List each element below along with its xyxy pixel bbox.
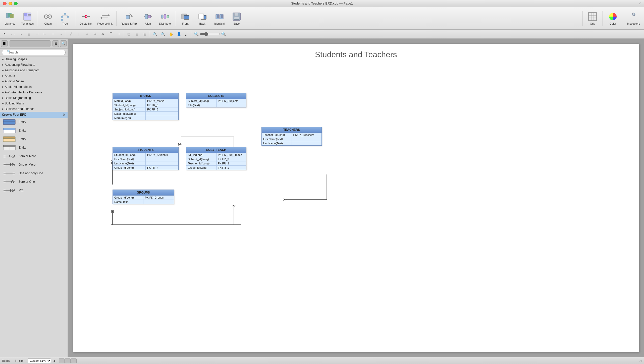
teachers-table[interactable]: TEACHERS Teacher_Id(Long) PK:PK_Teachers… [261,127,322,146]
cell: FK:FR_2 [217,161,246,165]
cell: Student_Id(Long) [113,153,146,157]
sidebar-list-btn[interactable]: ☰ [1,40,8,47]
shape-item-zero-or-one[interactable]: Zero or One [0,177,68,186]
page-prev-btn[interactable]: ◀ [18,359,20,362]
view-btn-2[interactable] [65,358,71,363]
text-tool[interactable]: T [115,31,123,38]
zoom-slider[interactable] [200,32,220,36]
svg-rect-50 [588,13,597,21]
page-pause-btn[interactable]: ⏸ [14,359,17,362]
cell: Name(Text) [113,200,143,204]
pan-tool[interactable]: ✋ [167,31,175,38]
close-subcategory-button[interactable]: ✕ [63,113,66,117]
resize-tool[interactable]: ⊡ [125,31,133,38]
sidebar-item-audio-video-media[interactable]: ▶ Audio, Video, Media [0,84,68,90]
shape-label: Entity [19,129,26,132]
rect-tool[interactable]: ▭ [9,31,17,38]
groups-table[interactable]: GROUPS Group_Id(Long) PK:PK_Groups Name(… [113,190,174,204]
search-input[interactable] [2,50,66,55]
connect-tool[interactable]: ⊣ [33,31,41,38]
align-button[interactable]: Align [140,8,156,28]
close-button[interactable] [3,2,7,5]
zoom-tool[interactable]: 🔍 [159,31,167,38]
pencil-tool[interactable]: ✏ [99,31,107,38]
delete-link-button[interactable]: Delete link [77,8,94,28]
identical-button[interactable]: Identical [211,8,228,28]
shape-item-m1[interactable]: M:1 [0,186,68,195]
curve-tool[interactable]: ∫ [75,31,83,38]
back-button[interactable]: Back [194,8,210,28]
pen-tool[interactable]: 🖊 [183,31,191,38]
inspectors-button[interactable]: i Inspectors [625,8,642,28]
sidebar-item-artwork[interactable]: ▶ Artwork [0,73,68,79]
subj-teach-table[interactable]: SUBJ_TEACH ST_Id(Long) PK:PK_Subj_Teach … [186,147,246,170]
marks-table[interactable]: MARKS MarkId(Long) PK:PK_Marks Student_I… [113,93,179,120]
svg-line-76 [12,163,14,165]
sidebar-item-accounting-flowcharts[interactable]: ▶ Accounting Flowcharts [0,62,68,68]
circle-tool[interactable]: ○ [17,31,25,38]
shape-item-one-or-more[interactable]: One or More [0,160,68,169]
tree-label: Tree [62,22,68,25]
select-tool[interactable]: ↖ [1,31,9,38]
redo-tool[interactable]: ↪ [91,31,99,38]
smart-connect-tool[interactable]: ⊢ [41,31,49,38]
shape-item-entity1[interactable]: Entity [0,118,68,126]
cat-arrow: ▶ [2,64,4,66]
sidebar-item-drawing-shapes[interactable]: ▶ Drawing Shapes [0,56,68,62]
canvas-area[interactable]: Students and Teachers [68,39,644,357]
subjects-table[interactable]: SUBJECTS Subject_Id(Long) PK:PK_Subjects… [186,93,246,107]
templates-button[interactable]: Templates [19,8,36,28]
sidebar-item-business-finance[interactable]: ▶ Business and Finance [0,106,68,112]
user-tool[interactable]: 👤 [175,31,183,38]
page-next-btn[interactable]: ▶ [21,359,24,362]
front-button[interactable]: Front [177,8,193,28]
sidebar-grid-btn[interactable]: ⊞ [52,40,59,47]
view-btn-3[interactable] [71,358,77,363]
scale-tool[interactable]: ⊞ [133,31,141,38]
line-tool[interactable]: ╱ [67,31,75,38]
sidebar-item-building-plans[interactable]: ▶ Building Plans [0,101,68,106]
minimize-button[interactable] [9,2,12,5]
libraries-button[interactable]: Libraries [2,8,18,28]
table-tool[interactable]: ⊞ [25,31,33,38]
distribute-button[interactable]: Distribute [157,8,173,28]
cell: FK:FR_6 [146,103,178,107]
arrow-tool[interactable]: → [57,31,65,38]
status-text: Ready [2,359,10,362]
zoom-dropdown-btn[interactable]: ▲ [53,359,56,362]
expand-icon[interactable]: ⤢ [639,2,641,5]
statusbar: Ready ⏸ ◀ ▶ Custom 61% 50% 75% 100% 150%… [0,357,644,364]
undo-tool[interactable]: ↩ [83,31,91,38]
view-btn-1[interactable] [59,358,65,363]
shape-item-zero-or-more[interactable]: Zero or More [0,152,68,160]
sidebar-item-aerospace-transport[interactable]: ▶ Aerospace and Transport [0,68,68,73]
tree-button[interactable]: Tree [57,8,73,28]
canvas[interactable]: Students and Teachers [73,44,639,352]
resize-handle[interactable]: ⊿ [639,359,642,363]
chain-button[interactable]: Chain [40,8,56,28]
shape-item-entity3[interactable]: Entity [0,135,68,143]
students-table[interactable]: STUDENTS Student_Id(Long) PK:PK_Students… [113,147,179,170]
sidebar-item-audio-video[interactable]: ▶ Audio & Video [0,79,68,84]
shape-item-one-and-only-one[interactable]: One and only One [0,169,68,177]
zoom-in-icon[interactable]: 🔍 [221,32,226,36]
zoom-out-btn-small[interactable]: 🔍 [151,31,158,38]
zoom-out-icon[interactable]: 🔍 [194,32,199,36]
svg-line-78 [14,163,15,165]
shape-item-entity2[interactable]: Entity [0,126,68,135]
poly-tool[interactable]: ⌒ [107,31,115,38]
flow-connect-tool[interactable]: ⊤ [49,31,57,38]
sidebar-item-basic-diagramming[interactable]: ▶ Basic Diagramming [0,95,68,101]
zoom-select[interactable]: Custom 61% 50% 75% 100% 150% 200% [28,358,51,363]
svg-rect-35 [184,15,189,19]
clip-tool[interactable]: ⊟ [141,31,149,38]
sidebar-search-btn[interactable]: 🔍 [60,40,67,47]
shape-item-entity4[interactable]: Entity [0,143,68,152]
grid-button[interactable]: Grid [584,8,601,28]
reverse-link-button[interactable]: Reverse link [95,8,115,28]
maximize-button[interactable] [14,2,18,5]
rotate-flip-button[interactable]: Rotate & Flip [119,8,139,28]
sidebar-item-aws[interactable]: ▶ AWS Architecture Diagrams [0,90,68,95]
color-button[interactable]: Color [605,8,621,28]
save-button[interactable]: Save [229,8,245,28]
